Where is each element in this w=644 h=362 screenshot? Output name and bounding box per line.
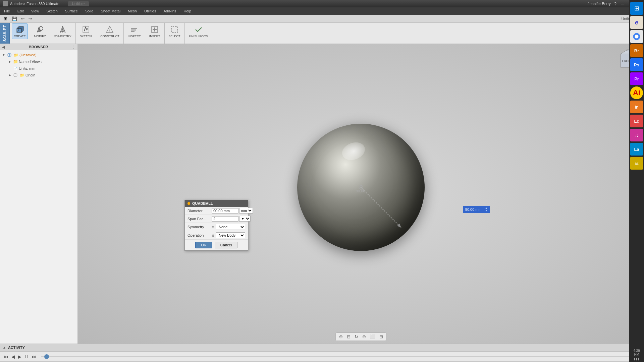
- measurement-field[interactable]: [465, 207, 484, 212]
- inspect-tool-button[interactable]: INSPECT: [126, 23, 143, 39]
- named-views-label: Named Views: [19, 60, 42, 64]
- menu-file[interactable]: File: [3, 8, 11, 14]
- measurement-input-box[interactable]: ▲▼: [463, 206, 490, 213]
- vp-zoom-fit-btn[interactable]: ⊕: [361, 334, 368, 340]
- timeline-end-btn[interactable]: ⏭: [30, 354, 38, 359]
- create-label: CREATE: [14, 35, 26, 38]
- windows-icon[interactable]: ⊞: [630, 2, 643, 15]
- photoshop-icon[interactable]: Ps: [630, 58, 643, 71]
- fusion-icon[interactable]: Lc: [630, 115, 643, 127]
- span-field[interactable]: [212, 216, 238, 222]
- menu-addins[interactable]: Add-Ins: [162, 8, 177, 14]
- sculpt-label[interactable]: SCULPT: [3, 25, 7, 42]
- operation-label: Operation: [187, 233, 212, 237]
- create-tool-button[interactable]: CREATE: [12, 23, 28, 39]
- toolbar-section-construct: CONSTRUCT: [96, 23, 124, 44]
- symmetry-select[interactable]: None X Y Z: [216, 224, 245, 230]
- sketch-buttons: SKETCH: [78, 23, 94, 39]
- app-menu-button[interactable]: ⊞: [2, 15, 9, 22]
- amazon-icon[interactable]: az: [630, 157, 643, 170]
- illustrator-icon[interactable]: Ai: [630, 86, 643, 99]
- save-button[interactable]: 💾: [10, 15, 19, 22]
- menu-solid[interactable]: Solid: [84, 8, 95, 14]
- timeline-pause-btn[interactable]: ⏸: [23, 354, 30, 359]
- vp-rotate-btn[interactable]: ↻: [353, 334, 360, 340]
- select-tool-button[interactable]: SELECT: [167, 23, 182, 39]
- tree-origin[interactable]: ▶ 📁 Origin: [0, 72, 77, 78]
- ie-icon[interactable]: e: [630, 16, 643, 29]
- modify-icon: [35, 25, 45, 34]
- span-dropdown[interactable]: ▼: [239, 216, 251, 222]
- sketch-tool-button[interactable]: SKETCH: [78, 23, 94, 39]
- menubar: File Edit View Sketch Surface Solid Shee…: [0, 7, 644, 15]
- symmetry-tool-button[interactable]: SYMMETRY: [52, 23, 73, 39]
- premiere-icon[interactable]: Pr: [630, 72, 643, 85]
- origin-icon: [13, 72, 18, 78]
- tab-untitled[interactable]: Untitled*: [68, 1, 89, 6]
- toolbar-container: ⊞ 💾 ↩ ↪ Untitled* ✕ SCULPT: [0, 15, 644, 44]
- chrome-icon[interactable]: [630, 30, 643, 43]
- diameter-field[interactable]: [212, 208, 238, 214]
- svg-rect-11: [171, 26, 177, 33]
- svg-rect-7: [131, 28, 137, 29]
- collapse-left[interactable]: ◀: [2, 45, 5, 49]
- modify-tool-button[interactable]: MODIFY: [32, 23, 48, 39]
- construct-tool-button[interactable]: CONSTRUCT: [98, 23, 121, 39]
- app-title: Autodesk Fusion 360 Ultimate: [10, 2, 59, 6]
- span-input[interactable]: ▼: [212, 216, 251, 222]
- tree-expand-root[interactable]: ▼: [1, 53, 6, 57]
- operation-input[interactable]: ⊕ New Body Join Cut: [212, 232, 245, 238]
- bridge-icon[interactable]: Br: [630, 44, 643, 57]
- browser-options[interactable]: ⋮: [72, 45, 75, 49]
- diameter-label: Diameter: [187, 209, 212, 213]
- diameter-input[interactable]: mm: [212, 208, 253, 214]
- main-toolbar: SCULPT CREATE: [0, 23, 644, 44]
- redo-button[interactable]: ↪: [27, 15, 34, 22]
- undo-button[interactable]: ↩: [19, 15, 26, 22]
- network-icon[interactable]: La: [630, 143, 643, 156]
- timeline-track[interactable]: [41, 356, 634, 357]
- expand-activity[interactable]: ▲: [3, 346, 6, 349]
- timeline-prev-btn[interactable]: ◀: [10, 354, 16, 359]
- svg-point-13: [9, 54, 10, 56]
- tree-root[interactable]: ▼ 📁 (Unsaved): [0, 52, 77, 58]
- vp-display-btn[interactable]: ⬜: [368, 334, 377, 340]
- insert-tool-button[interactable]: INSERT: [147, 23, 162, 39]
- menu-sketch[interactable]: Sketch: [45, 8, 59, 14]
- help-button[interactable]: ?: [613, 1, 618, 6]
- activity-header: ▲ ACTIVITY: [3, 346, 25, 350]
- symmetry-input[interactable]: ⊕ None X Y Z: [212, 224, 245, 230]
- timeline-play-btn[interactable]: ▶: [16, 354, 23, 359]
- timeline-start-btn[interactable]: ⏮: [3, 354, 10, 359]
- timeline-thumb[interactable]: [44, 354, 49, 359]
- box-icon: [15, 25, 24, 34]
- tree-expand-origin[interactable]: ▶: [7, 73, 12, 77]
- ebook-icon[interactable]: In: [630, 101, 643, 113]
- diameter-unit-select[interactable]: mm: [239, 208, 253, 214]
- menu-sheetmetal[interactable]: Sheet Metal: [99, 8, 122, 14]
- menu-help[interactable]: Help: [182, 8, 193, 14]
- viewport[interactable]: FRONT RIGHT TOP 90.00: [78, 44, 644, 344]
- tree-named-views[interactable]: ▶ 📁 Named Views: [0, 58, 77, 65]
- vp-copy-btn[interactable]: ⊟: [345, 334, 352, 340]
- unsaved-label: (Unsaved): [19, 53, 37, 57]
- left-panel: ◀ BROWSER ⋮ ▼ 📁 (Unsaved) ▶ 📁 Named View…: [0, 44, 78, 344]
- tree-expand-views[interactable]: ▶: [7, 59, 12, 64]
- menu-edit[interactable]: Edit: [16, 8, 25, 14]
- tree-units[interactable]: ▶ 📄 Units: mm: [0, 65, 77, 72]
- menu-utilities[interactable]: Utilities: [143, 8, 157, 14]
- itunes-icon[interactable]: ♫: [630, 129, 643, 141]
- cancel-button[interactable]: Cancel: [215, 242, 237, 248]
- vp-back-btn[interactable]: ⊕: [337, 334, 344, 340]
- minimize-button[interactable]: ─: [620, 1, 626, 6]
- construct-buttons: CONSTRUCT: [98, 23, 121, 39]
- operation-select[interactable]: New Body Join Cut: [216, 232, 245, 238]
- app-icon: [3, 1, 8, 6]
- measurement-spinner[interactable]: ▲▼: [485, 207, 488, 212]
- ok-button[interactable]: OK: [195, 242, 212, 248]
- menu-surface[interactable]: Surface: [64, 8, 79, 14]
- vp-grid-btn[interactable]: ⊞: [378, 334, 385, 340]
- menu-mesh[interactable]: Mesh: [126, 8, 138, 14]
- finishform-tool-button[interactable]: FINISH FORM: [187, 23, 211, 39]
- menu-view[interactable]: View: [30, 8, 41, 14]
